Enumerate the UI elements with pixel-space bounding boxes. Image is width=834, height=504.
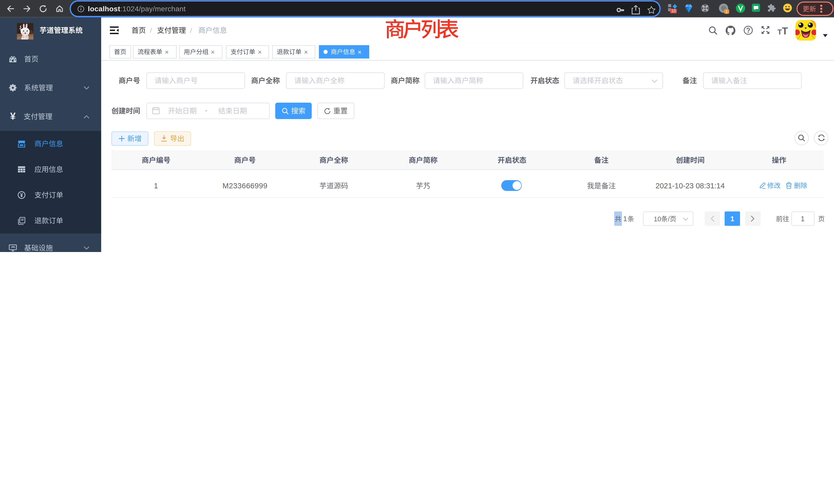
svg-text:10: 10	[671, 9, 676, 13]
svg-text:1: 1	[726, 9, 728, 14]
